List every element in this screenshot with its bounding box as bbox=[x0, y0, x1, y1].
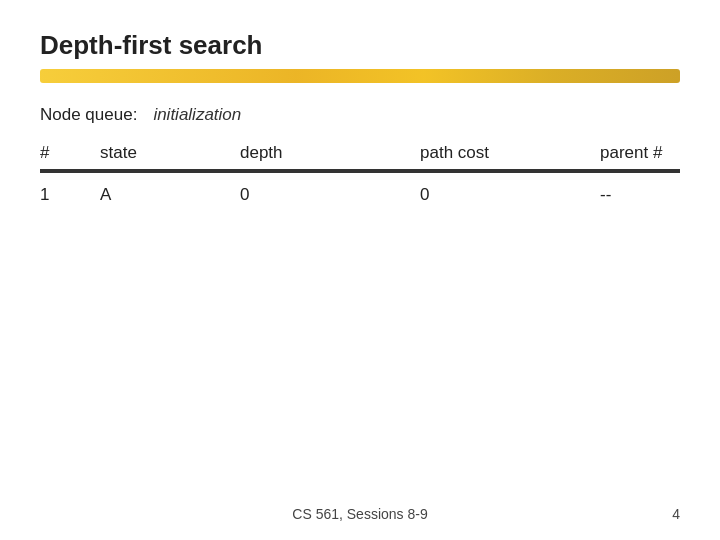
node-queue-row: Node queue: initialization bbox=[40, 105, 680, 125]
table-body: 1 A 0 0 -- bbox=[40, 173, 680, 373]
node-queue-value: initialization bbox=[153, 105, 241, 125]
col-header-num: # bbox=[40, 143, 100, 163]
slide-container: Depth-first search Node queue: initializ… bbox=[0, 0, 720, 540]
cell-depth: 0 bbox=[240, 185, 420, 205]
cell-path-cost: 0 bbox=[420, 185, 600, 205]
footer-text: CS 561, Sessions 8-9 bbox=[292, 506, 427, 522]
cell-state: A bbox=[100, 185, 240, 205]
table-header: # state depth path cost parent # bbox=[40, 143, 680, 171]
col-header-state: state bbox=[100, 143, 240, 163]
slide-title: Depth-first search bbox=[40, 30, 680, 61]
table-section: # state depth path cost parent # 1 A 0 0… bbox=[40, 143, 680, 373]
node-queue-label: Node queue: bbox=[40, 105, 137, 125]
cell-num: 1 bbox=[40, 185, 100, 205]
yellow-bar-decoration bbox=[40, 69, 680, 83]
col-header-path-cost: path cost bbox=[420, 143, 600, 163]
footer: CS 561, Sessions 8-9 bbox=[0, 506, 720, 522]
cell-parent: -- bbox=[600, 185, 720, 205]
col-header-parent: parent # bbox=[600, 143, 720, 163]
col-header-depth: depth bbox=[240, 143, 420, 163]
table-row: 1 A 0 0 -- bbox=[40, 173, 680, 217]
page-number: 4 bbox=[672, 506, 680, 522]
